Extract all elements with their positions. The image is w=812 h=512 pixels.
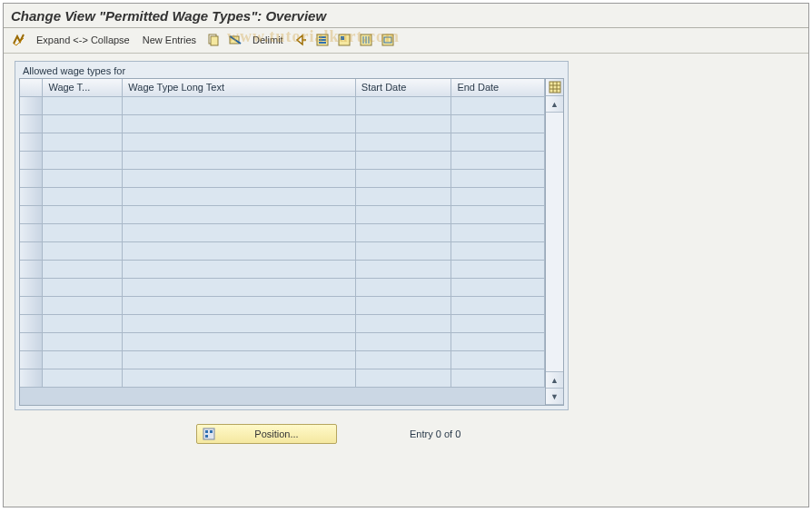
row-selector[interactable] <box>20 369 43 387</box>
table-row <box>20 241 545 260</box>
new-entries-button[interactable]: New Entries <box>139 34 200 45</box>
svg-rect-24 <box>210 430 213 433</box>
delimit-button[interactable]: Delimit <box>249 34 287 45</box>
table-row <box>20 350 545 369</box>
scroll-down-icon[interactable]: ▲ <box>546 372 563 389</box>
wage-types-table: Wage T... Wage Type Long Text Start Date… <box>20 79 545 388</box>
scroll-track[interactable] <box>546 113 563 372</box>
svg-rect-8 <box>319 42 326 44</box>
position-button[interactable]: Position... <box>196 424 337 444</box>
page-title: Change View "Permitted Wage Types": Over… <box>11 8 801 24</box>
row-selector[interactable] <box>20 223 43 241</box>
row-selector[interactable] <box>20 187 43 205</box>
svg-rect-23 <box>205 430 208 433</box>
scroll-down2-icon[interactable]: ▼ <box>546 389 563 405</box>
select-all-icon[interactable] <box>314 32 331 48</box>
panel-title: Allowed wage types for <box>15 62 568 78</box>
col-wage-type[interactable]: Wage T... <box>43 79 123 96</box>
svg-rect-10 <box>341 36 344 40</box>
table-row <box>20 114 545 133</box>
table-row <box>20 223 545 241</box>
table-row <box>20 151 545 169</box>
delete-icon[interactable] <box>227 32 243 48</box>
row-selector[interactable] <box>20 278 43 296</box>
toggle-view-icon[interactable] <box>11 32 27 48</box>
row-selector[interactable] <box>20 350 43 369</box>
svg-rect-6 <box>319 36 326 38</box>
row-selector[interactable] <box>20 314 43 332</box>
table-row <box>20 296 545 314</box>
table-settings-icon[interactable] <box>546 79 563 96</box>
table-row <box>20 260 545 278</box>
row-selector[interactable] <box>20 260 43 278</box>
row-selector[interactable] <box>20 96 43 114</box>
col-start-date[interactable]: Start Date <box>355 79 451 96</box>
select-block-icon[interactable] <box>336 32 352 48</box>
table-row <box>20 314 545 332</box>
entry-status: Entry 0 of 0 <box>410 428 460 439</box>
row-selector[interactable] <box>20 332 43 350</box>
svg-rect-1 <box>211 36 218 45</box>
row-selector-header[interactable] <box>20 79 43 96</box>
allowed-wage-types-panel: Allowed wage types for Wage T... Wage Ty… <box>15 61 569 410</box>
row-selector[interactable] <box>20 296 43 314</box>
table-row <box>20 133 545 151</box>
expand-collapse-button[interactable]: Expand <-> Collapse <box>33 34 134 45</box>
toolbar: Expand <-> Collapse New Entries Delimit <box>4 28 808 54</box>
col-end-date[interactable]: End Date <box>451 79 545 96</box>
svg-rect-25 <box>205 435 208 438</box>
table-row <box>20 205 545 223</box>
svg-rect-7 <box>319 39 326 41</box>
row-selector[interactable] <box>20 133 43 151</box>
row-selector[interactable] <box>20 241 43 260</box>
table-row <box>20 96 545 114</box>
row-selector[interactable] <box>20 114 43 133</box>
svg-rect-22 <box>203 428 214 439</box>
config-icon[interactable] <box>380 32 396 48</box>
col-long-text[interactable]: Wage Type Long Text <box>123 79 356 96</box>
table-row <box>20 278 545 296</box>
copy-icon[interactable] <box>205 32 222 48</box>
row-selector[interactable] <box>20 169 43 187</box>
table-row <box>20 169 545 187</box>
position-label: Position... <box>223 428 331 439</box>
svg-rect-17 <box>550 82 560 93</box>
scroll-up-icon[interactable]: ▲ <box>546 96 563 113</box>
row-selector[interactable] <box>20 205 43 223</box>
table-row <box>20 369 545 387</box>
position-icon <box>203 428 215 440</box>
row-selector[interactable] <box>20 151 43 169</box>
undo-icon[interactable] <box>292 32 309 48</box>
table-row <box>20 332 545 350</box>
table-row <box>20 187 545 205</box>
deselect-all-icon[interactable] <box>358 32 374 48</box>
